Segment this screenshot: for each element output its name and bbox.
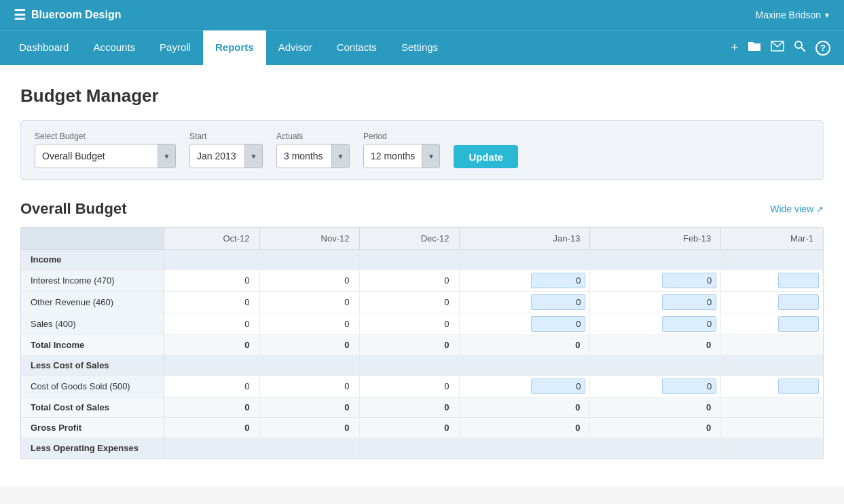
nav-contacts[interactable]: Contacts bbox=[325, 31, 389, 65]
cogs-jan[interactable] bbox=[459, 376, 590, 398]
sales-feb[interactable] bbox=[590, 313, 721, 335]
gross-profit-label: Gross Profit bbox=[21, 418, 164, 438]
user-name: Maxine Bridson bbox=[756, 9, 822, 20]
interest-mar-input[interactable] bbox=[778, 273, 819, 288]
nav-accounts[interactable]: Accounts bbox=[81, 31, 147, 65]
total-cost-mar bbox=[721, 398, 823, 418]
opex-header-dec bbox=[359, 438, 459, 459]
other-jan[interactable] bbox=[459, 292, 590, 313]
filter-actuals: Actuals 3 months ▼ bbox=[276, 132, 350, 168]
help-icon[interactable]: ? bbox=[815, 41, 830, 56]
sales-mar-input[interactable] bbox=[778, 316, 819, 332]
other-jan-input[interactable] bbox=[531, 294, 585, 310]
cogs-dec: 0 bbox=[359, 376, 459, 398]
update-button[interactable]: Update bbox=[454, 145, 518, 168]
section-cost-header: Less Cost of Sales bbox=[21, 355, 823, 376]
total-cost-nov: 0 bbox=[259, 398, 359, 418]
cost-header-nov bbox=[259, 355, 359, 376]
filter-start: Start Jan 2013 ▼ bbox=[189, 132, 263, 168]
budget-select-wrap[interactable]: Overall Budget ▼ bbox=[35, 144, 176, 168]
sales-nov: 0 bbox=[259, 313, 359, 335]
wide-view-arrow-icon: ↗ bbox=[816, 204, 824, 214]
page-title: Budget Manager bbox=[20, 85, 824, 106]
interest-nov: 0 bbox=[259, 270, 359, 292]
period-select-wrap[interactable]: 12 months ▼ bbox=[363, 144, 440, 168]
table-row: Sales (400) 0 0 0 bbox=[21, 313, 823, 335]
opex-header-oct bbox=[164, 438, 259, 459]
budget-dropdown-btn[interactable]: ▼ bbox=[158, 144, 175, 168]
total-income-label: Total Income bbox=[21, 335, 164, 355]
total-income-dec: 0 bbox=[359, 335, 459, 355]
cogs-jan-input[interactable] bbox=[531, 379, 585, 394]
opex-header-label: Less Operating Expenses bbox=[21, 438, 164, 459]
sales-jan[interactable] bbox=[459, 313, 590, 335]
other-mar-input[interactable] bbox=[778, 294, 819, 310]
interest-mar[interactable] bbox=[721, 270, 823, 292]
cost-header-feb bbox=[590, 355, 721, 376]
opex-header-mar bbox=[721, 438, 823, 459]
other-feb-input[interactable] bbox=[662, 294, 716, 310]
cogs-mar[interactable] bbox=[721, 376, 823, 398]
sales-feb-input[interactable] bbox=[662, 316, 716, 332]
interest-feb[interactable] bbox=[590, 270, 721, 292]
period-label: Period bbox=[363, 132, 440, 141]
svg-point-1 bbox=[795, 41, 802, 48]
interest-income-label: Interest Income (470) bbox=[21, 270, 164, 292]
period-select-value: 12 months bbox=[364, 147, 422, 166]
nav-settings[interactable]: Settings bbox=[389, 31, 450, 65]
cogs-feb-input[interactable] bbox=[662, 379, 716, 394]
budget-label: Select Budget bbox=[35, 132, 176, 141]
other-mar[interactable] bbox=[721, 292, 823, 313]
sales-label: Sales (400) bbox=[21, 313, 164, 335]
user-menu[interactable]: Maxine Bridson ▼ bbox=[756, 9, 830, 20]
sales-jan-input[interactable] bbox=[531, 316, 585, 332]
add-icon[interactable]: + bbox=[731, 41, 738, 55]
nav-actions: + ? bbox=[731, 31, 837, 65]
interest-feb-input[interactable] bbox=[662, 273, 716, 288]
gross-profit-nov: 0 bbox=[259, 418, 359, 438]
nav-bar: Dashboard Accounts Payroll Reports Advis… bbox=[0, 30, 844, 65]
interest-jan[interactable] bbox=[459, 270, 590, 292]
filter-period: Period 12 months ▼ bbox=[363, 132, 440, 168]
other-feb[interactable] bbox=[590, 292, 721, 313]
cost-header-mar bbox=[721, 355, 823, 376]
sales-mar[interactable] bbox=[721, 313, 823, 335]
gross-profit-oct: 0 bbox=[164, 418, 259, 438]
cost-header-dec bbox=[359, 355, 459, 376]
app-logo: ☰ Blueroom Design bbox=[14, 7, 121, 23]
actuals-select-wrap[interactable]: 3 months ▼ bbox=[276, 144, 350, 168]
other-dec: 0 bbox=[359, 292, 459, 313]
income-header-oct bbox=[164, 250, 259, 270]
cogs-feb[interactable] bbox=[590, 376, 721, 398]
budget-section: Overall Budget Wide view ↗ Oct-12 Nov-12… bbox=[20, 200, 824, 473]
table-header-row: Oct-12 Nov-12 Dec-12 Jan-13 Feb-13 Mar-1 bbox=[21, 228, 823, 250]
nav-payroll[interactable]: Payroll bbox=[147, 31, 203, 65]
budget-select-value: Overall Budget bbox=[35, 147, 158, 166]
income-header-feb bbox=[590, 250, 721, 270]
cogs-mar-input[interactable] bbox=[778, 379, 819, 394]
wide-view-link[interactable]: Wide view ↗ bbox=[770, 203, 824, 214]
nav-dashboard[interactable]: Dashboard bbox=[7, 31, 81, 65]
start-dropdown-btn[interactable]: ▼ bbox=[244, 144, 262, 168]
logo-icon: ☰ bbox=[14, 7, 26, 23]
folder-icon[interactable] bbox=[748, 40, 761, 56]
interest-jan-input[interactable] bbox=[531, 273, 585, 288]
th-feb13: Feb-13 bbox=[590, 228, 721, 250]
th-jan13: Jan-13 bbox=[459, 228, 590, 250]
nav-advisor[interactable]: Advisor bbox=[266, 31, 325, 65]
start-select-value: Jan 2013 bbox=[190, 147, 244, 166]
gross-profit-feb: 0 bbox=[590, 418, 721, 438]
mail-icon[interactable] bbox=[771, 41, 784, 55]
actuals-dropdown-btn[interactable]: ▼ bbox=[331, 144, 349, 168]
gross-profit-mar bbox=[721, 418, 823, 438]
income-header-mar bbox=[721, 250, 823, 270]
budget-title: Overall Budget bbox=[20, 200, 126, 218]
search-icon[interactable] bbox=[794, 40, 806, 56]
th-label bbox=[21, 228, 164, 250]
nav-reports[interactable]: Reports bbox=[203, 31, 266, 65]
period-dropdown-btn[interactable]: ▼ bbox=[422, 144, 439, 168]
start-select-wrap[interactable]: Jan 2013 ▼ bbox=[189, 144, 263, 168]
table-row: Interest Income (470) 0 0 0 bbox=[21, 270, 823, 292]
gross-profit-dec: 0 bbox=[359, 418, 459, 438]
cogs-oct: 0 bbox=[164, 376, 259, 398]
